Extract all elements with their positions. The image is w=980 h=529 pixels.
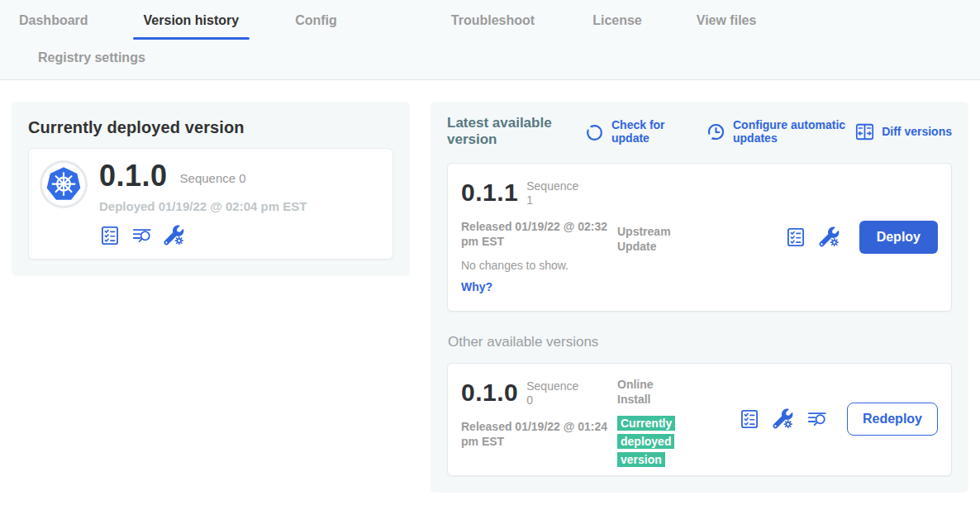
deployed-timestamp: Deployed 01/19/22 @ 02:04 pm EST [99,199,307,213]
released-timestamp: Released 01/19/22 @ 02:32 pm EST [461,219,608,249]
why-link[interactable]: Why? [461,280,492,293]
main-content: Currently deployed version 0.1.0 Sequenc… [0,80,980,493]
currently-deployed-badge-wrap: Currently deployed version [617,414,683,469]
diff-versions-link[interactable]: Diff versions [854,122,952,142]
tab-config[interactable]: Config [295,12,337,28]
config-wrench-gear-icon[interactable] [819,226,840,248]
tab-license[interactable]: License [592,12,642,28]
nav-row-secondary: Registry settings [38,50,980,65]
kubernetes-logo-icon [42,163,85,206]
configure-automatic-updates-label: Configure automatic updates [733,118,847,145]
config-wrench-gear-icon[interactable] [164,225,185,246]
preflight-checklist-icon[interactable] [785,226,806,248]
latest-available-title: Latest available version [447,115,563,149]
latest-version-card: 0.1.1 Sequence 1 Released 01/19/22 @ 02:… [447,163,952,312]
version-number: 0.1.0 [99,161,168,191]
other-card-actions: Redeploy [739,403,938,436]
latest-available-panel: Latest available version Check for updat… [431,102,968,493]
sequence-label: Sequence 1 [526,177,583,208]
tab-dashboard[interactable]: Dashboard [19,12,88,28]
latest-panel-header: Latest available version Check for updat… [447,115,952,149]
latest-card-actions: Deploy [785,221,938,254]
refresh-icon [584,122,605,142]
currently-deployed-title: Currently deployed version [28,118,393,137]
diff-versions-label: Diff versions [882,125,952,138]
diff-icon [854,122,875,142]
release-notes-search-icon[interactable] [131,225,153,246]
deployed-card-actions [99,225,307,246]
tab-version-history[interactable]: Version history [144,12,240,28]
version-number: 0.1.1 [461,180,518,205]
version-row: 0.1.1 Sequence 1 [461,177,938,208]
deploy-button[interactable]: Deploy [859,221,938,254]
other-version-card: 0.1.0 Sequence 0 Released 01/19/22 @ 01:… [447,363,952,476]
other-versions-title: Other available versions [448,334,951,350]
config-wrench-gear-icon[interactable] [773,408,794,430]
check-for-update-label: Check for update [611,118,671,145]
nav-row-primary: Dashboard Version history Config Trouble… [19,12,980,28]
top-nav: Dashboard Version history Config Trouble… [0,0,980,80]
currently-deployed-panel: Currently deployed version 0.1.0 Sequenc… [12,102,410,276]
check-for-update-link[interactable]: Check for update [584,118,671,145]
preflight-checklist-icon[interactable] [99,225,121,246]
configure-automatic-updates-link[interactable]: Configure automatic updates [706,118,847,145]
tab-troubleshoot[interactable]: Troubleshoot [451,12,535,28]
kots-admin-console: Dashboard Version history Config Trouble… [0,0,980,529]
tab-view-files[interactable]: View files [697,12,757,28]
version-source: Upstream Update [617,224,688,254]
release-notes-search-icon[interactable] [806,408,828,430]
currently-deployed-badge: Currently deployed version [617,416,675,467]
preflight-checklist-icon[interactable] [739,408,760,430]
released-timestamp: Released 01/19/22 @ 01:24 pm EST [461,419,608,449]
deployed-version-card: 0.1.0 Sequence 0 Deployed 01/19/22 @ 02:… [28,148,393,260]
version-source: Online Install [617,377,667,407]
changes-text: No changes to show. [461,259,938,272]
version-row: 0.1.0 Sequence 0 [99,161,307,191]
tab-registry-settings[interactable]: Registry settings [38,50,145,65]
version-number: 0.1.0 [461,380,518,405]
sequence-label: Sequence 0 [526,377,583,408]
redeploy-button[interactable]: Redeploy [847,403,938,436]
deployed-version-info: 0.1.0 Sequence 0 Deployed 01/19/22 @ 02:… [99,161,307,246]
sequence-label: Sequence 0 [180,168,246,185]
auto-update-clock-icon [706,122,726,142]
